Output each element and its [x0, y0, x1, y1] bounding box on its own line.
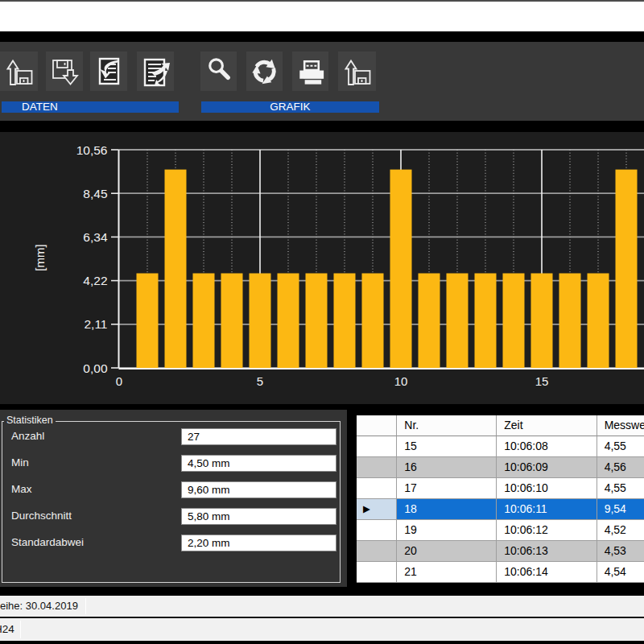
svg-text:15: 15 — [535, 374, 549, 388]
svg-text:[mm]: [mm] — [33, 244, 47, 270]
svg-text:2,11: 2,11 — [84, 317, 107, 331]
svg-text:10: 10 — [394, 374, 408, 388]
svg-text:0,00: 0,00 — [83, 361, 108, 375]
svg-text:4,22: 4,22 — [83, 274, 107, 287]
svg-text:10,56: 10,56 — [76, 143, 108, 157]
svg-text:5: 5 — [257, 374, 263, 388]
svg-text:6,34: 6,34 — [83, 230, 108, 244]
svg-text:8,45: 8,45 — [83, 187, 107, 200]
svg-text:0: 0 — [116, 374, 122, 388]
